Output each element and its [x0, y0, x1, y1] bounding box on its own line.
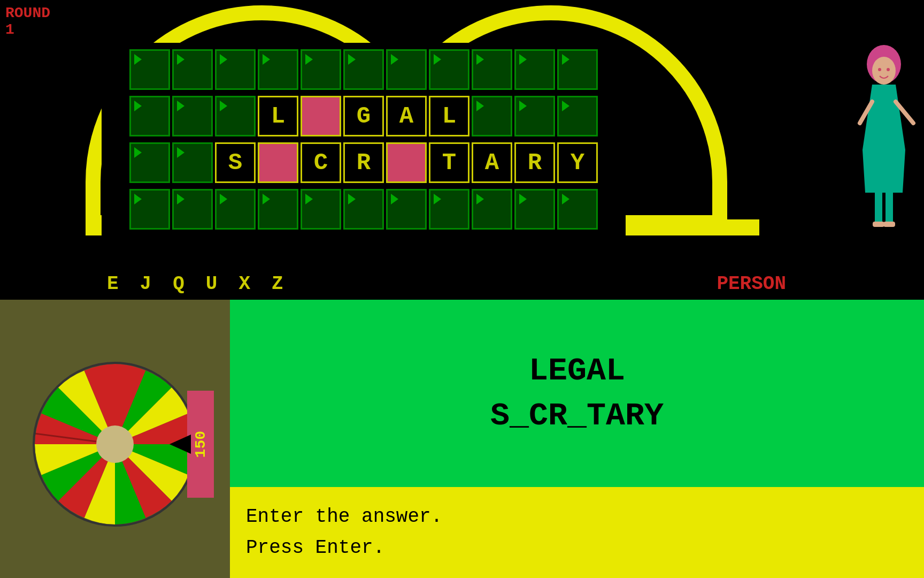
game-area: ROUND 1 L G A [0, 0, 924, 300]
category-label: PERSON [717, 273, 786, 295]
tile [129, 189, 170, 230]
board-row-4 [106, 187, 621, 231]
tile [343, 189, 384, 230]
round-indicator: ROUND 1 [5, 5, 50, 39]
tile-R: R [343, 142, 384, 183]
used-letter-Q: Q [173, 273, 184, 295]
svg-point-3 [887, 68, 890, 71]
tile-A: A [386, 96, 427, 136]
used-letter-Z: Z [272, 273, 283, 295]
wheel-section: 150 [0, 300, 230, 578]
svg-rect-7 [886, 192, 893, 224]
tile [172, 142, 213, 183]
tile-T: T [429, 142, 469, 183]
svg-point-2 [878, 68, 881, 71]
tile [258, 49, 298, 90]
message-text: Enter the answer. Press Enter. [246, 501, 908, 563]
wheel-container: 150 [24, 353, 206, 535]
tile [557, 189, 598, 230]
svg-point-10 [96, 425, 134, 463]
tile [172, 49, 213, 90]
hostess-figure [849, 43, 919, 246]
tile-missing2 [258, 142, 298, 183]
board-row-3: S C R T A R Y [106, 140, 621, 185]
used-letter-J: J [140, 273, 152, 295]
tile-L: L [258, 96, 298, 136]
score-bar: 150 [187, 391, 214, 498]
tile [343, 49, 384, 90]
round-number: 1 [5, 22, 50, 39]
message-line2: Press Enter. [246, 533, 908, 564]
tile-Y: Y [557, 142, 598, 183]
tile [386, 189, 427, 230]
tile [172, 96, 213, 136]
tile [472, 49, 512, 90]
used-letter-E: E [107, 273, 119, 295]
puzzle-line2: S_CR_TARY [490, 393, 664, 438]
tile-A2: A [472, 142, 512, 183]
svg-rect-9 [883, 222, 895, 227]
tile [514, 96, 555, 136]
puzzle-text: LEGAL S_CR_TARY [490, 348, 664, 438]
tile [215, 189, 256, 230]
tile [557, 49, 598, 90]
used-letters-bar: E J Q U X Z PERSON [86, 268, 807, 300]
tile [386, 49, 427, 90]
bottom-area: 150 LEGAL S_CR_TARY Enter the answer. Pr… [0, 300, 924, 578]
tile-S: S [215, 142, 256, 183]
board-row-1 [106, 47, 621, 92]
tile [429, 189, 469, 230]
svg-rect-6 [875, 192, 882, 224]
tile [129, 96, 170, 136]
tile [429, 49, 469, 90]
tile [215, 49, 256, 90]
tile-C: C [301, 142, 341, 183]
tile-missing3 [386, 142, 427, 183]
svg-rect-8 [873, 222, 884, 227]
tile-G: G [343, 96, 384, 136]
tile [514, 49, 555, 90]
tile [129, 49, 170, 90]
wheel-pointer [170, 435, 191, 454]
tile [258, 189, 298, 230]
score-value: 150 [192, 431, 209, 458]
tile [215, 96, 256, 136]
tile [472, 189, 512, 230]
puzzle-line1: LEGAL [490, 348, 664, 393]
svg-point-1 [872, 57, 896, 85]
message-area: Enter the answer. Press Enter. [230, 487, 924, 578]
puzzle-board: L G A L S C R T A R Y [102, 43, 626, 235]
tile-R2: R [514, 142, 555, 183]
puzzle-panel: LEGAL S_CR_TARY Enter the answer. Press … [230, 300, 924, 578]
tile [557, 96, 598, 136]
tile [514, 189, 555, 230]
message-line1: Enter the answer. [246, 501, 908, 533]
tile [129, 142, 170, 183]
tile-L2: L [429, 96, 469, 136]
board-row-2: L G A L [106, 94, 621, 138]
tile [172, 189, 213, 230]
tile [301, 49, 341, 90]
tile [301, 189, 341, 230]
used-letter-U: U [206, 273, 218, 295]
used-letter-X: X [238, 273, 250, 295]
puzzle-display: LEGAL S_CR_TARY [230, 300, 924, 487]
round-text: ROUND [5, 5, 50, 22]
tile-missing [301, 96, 341, 136]
tile [472, 96, 512, 136]
